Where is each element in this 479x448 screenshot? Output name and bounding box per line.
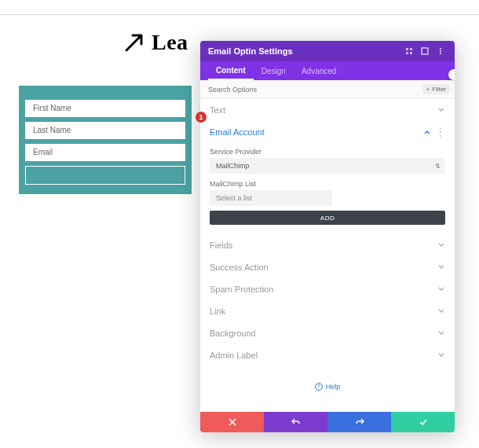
undo-button[interactable] bbox=[264, 412, 327, 432]
last-name-field[interactable]: Last Name bbox=[25, 122, 185, 139]
tab-advanced[interactable]: Advanced bbox=[294, 61, 344, 80]
updown-icon: ⇅ bbox=[435, 163, 439, 170]
section-background[interactable]: Background bbox=[200, 322, 455, 344]
section-label: Text bbox=[210, 105, 437, 115]
chevron-down-icon bbox=[437, 351, 445, 359]
list-label: MailChimp List bbox=[210, 180, 445, 188]
service-provider-value: MailChimp bbox=[216, 162, 250, 170]
handwritten-text: Lea bbox=[152, 30, 188, 55]
email-account-body: Service Provider MailChimp ⇅ MailChimp L… bbox=[200, 143, 455, 234]
chevron-down-icon bbox=[437, 263, 445, 271]
section-admin-label[interactable]: Admin Label bbox=[200, 344, 455, 366]
expand-icon[interactable] bbox=[419, 45, 431, 57]
tab-content[interactable]: Content bbox=[208, 61, 254, 80]
list-value: Select a list bbox=[216, 194, 252, 202]
section-label: Background bbox=[210, 329, 437, 338]
section-success-action[interactable]: Success Action bbox=[200, 256, 455, 278]
section-fields[interactable]: Fields bbox=[200, 234, 455, 256]
optin-form-preview: First Name Last Name Email bbox=[19, 86, 192, 194]
drag-icon[interactable] bbox=[403, 45, 415, 57]
close-icon bbox=[228, 417, 237, 427]
tab-bar: Content Design Advanced bbox=[200, 61, 455, 80]
handwritten-annotation: Lea bbox=[122, 30, 188, 55]
section-label: Success Action bbox=[210, 263, 437, 272]
section-label: Spam Protection bbox=[210, 285, 437, 294]
email-field[interactable]: Email bbox=[25, 144, 185, 161]
section-label: Link bbox=[210, 307, 437, 316]
divider bbox=[0, 14, 479, 15]
step-badge: 1 bbox=[196, 112, 207, 123]
check-icon bbox=[419, 417, 428, 427]
arrow-icon bbox=[122, 30, 147, 55]
section-email-account-wrapper: Email Account ⋮ Service Provider MailChi… bbox=[200, 121, 455, 234]
svg-rect-0 bbox=[422, 48, 428, 54]
redo-icon bbox=[355, 417, 364, 427]
service-provider-label: Service Provider bbox=[210, 148, 445, 156]
help-label: Help bbox=[326, 383, 341, 391]
section-email-account[interactable]: Email Account ⋮ bbox=[200, 121, 455, 143]
submit-button[interactable] bbox=[25, 166, 185, 185]
chevron-down-icon bbox=[437, 307, 445, 315]
section-label: Admin Label bbox=[210, 351, 437, 360]
section-label: Fields bbox=[210, 241, 437, 250]
svg-point-2 bbox=[440, 50, 441, 52]
list-select[interactable]: Select a list bbox=[210, 190, 332, 206]
help-row: ? Help bbox=[200, 366, 455, 391]
menu-icon[interactable] bbox=[434, 45, 447, 57]
section-text[interactable]: Text bbox=[200, 99, 455, 121]
plus-icon: + bbox=[426, 86, 430, 93]
chevron-down-icon bbox=[437, 329, 445, 337]
kebab-icon[interactable]: ⋮ bbox=[436, 127, 445, 137]
undo-icon bbox=[291, 417, 301, 427]
section-label: Email Account bbox=[210, 127, 423, 137]
hover-bubble bbox=[448, 69, 455, 80]
search-row: + Filter bbox=[200, 80, 455, 99]
help-link[interactable]: ? Help bbox=[315, 383, 341, 391]
svg-point-3 bbox=[440, 53, 441, 54]
search-input[interactable] bbox=[208, 86, 422, 94]
chevron-down-icon bbox=[437, 285, 445, 293]
panel-footer bbox=[200, 412, 455, 432]
redo-button[interactable] bbox=[327, 412, 391, 432]
svg-point-1 bbox=[440, 48, 441, 50]
tab-design[interactable]: Design bbox=[254, 61, 294, 80]
section-link[interactable]: Link bbox=[200, 300, 455, 322]
panel-title: Email Optin Settings bbox=[208, 46, 400, 56]
service-provider-select[interactable]: MailChimp ⇅ bbox=[210, 158, 445, 174]
add-button[interactable]: ADD bbox=[210, 211, 445, 225]
chevron-up-icon bbox=[423, 128, 431, 136]
panel-body: Text Email Account ⋮ Service Provider Ma… bbox=[200, 99, 455, 412]
filter-button[interactable]: + Filter bbox=[422, 84, 450, 94]
chevron-down-icon bbox=[437, 241, 445, 249]
settings-panel: Email Optin Settings Content Design Adva… bbox=[200, 41, 455, 432]
first-name-field[interactable]: First Name bbox=[25, 100, 185, 117]
save-button[interactable] bbox=[391, 412, 455, 432]
chevron-down-icon bbox=[437, 106, 445, 114]
help-icon: ? bbox=[315, 383, 323, 391]
section-spam-protection[interactable]: Spam Protection bbox=[200, 278, 455, 300]
filter-label: Filter bbox=[432, 86, 446, 93]
panel-header: Email Optin Settings bbox=[200, 41, 455, 61]
cancel-button[interactable] bbox=[200, 412, 264, 432]
